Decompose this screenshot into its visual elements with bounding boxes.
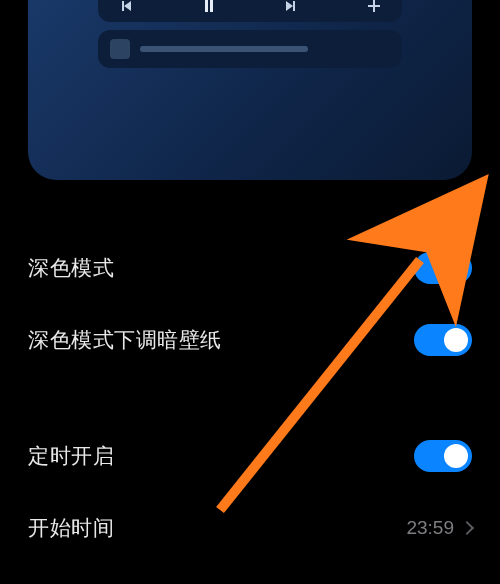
chevron-right-icon [460, 521, 474, 535]
row-schedule: 定时开启 [28, 420, 472, 492]
dim-wallpaper-label: 深色模式下调暗壁纸 [28, 326, 222, 354]
toggle-knob [444, 256, 468, 280]
toggle-knob [444, 328, 468, 352]
preview-card [28, 0, 472, 180]
start-time-label: 开始时间 [28, 514, 114, 542]
schedule-label: 定时开启 [28, 442, 114, 470]
row-dim-wallpaper: 深色模式下调暗壁纸 [28, 304, 472, 376]
row-start-time[interactable]: 开始时间 23:59 [28, 492, 472, 564]
skip-previous-icon [118, 0, 134, 14]
dark-mode-toggle[interactable] [414, 252, 472, 284]
preview-list-widget [98, 30, 402, 68]
preview-music-widget [98, 0, 402, 22]
start-time-value: 23:59 [406, 517, 454, 539]
toggle-knob [444, 444, 468, 468]
schedule-toggle[interactable] [414, 440, 472, 472]
plus-icon [366, 0, 382, 14]
pause-icon [201, 0, 217, 14]
dim-wallpaper-toggle[interactable] [414, 324, 472, 356]
dark-mode-label: 深色模式 [28, 254, 114, 282]
settings-list: 深色模式 深色模式下调暗壁纸 定时开启 开始时间 23:59 [0, 190, 500, 564]
dark-mode-preview [28, 0, 472, 190]
row-dark-mode: 深色模式 [28, 232, 472, 304]
skip-next-icon [283, 0, 299, 14]
